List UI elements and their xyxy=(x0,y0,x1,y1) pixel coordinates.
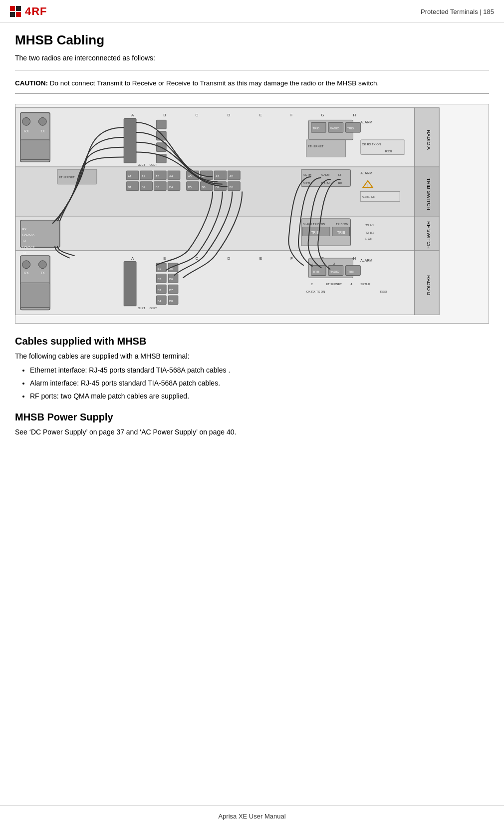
power-section: MHSB Power Supply See ‘DC Power Supply’ … xyxy=(15,412,489,436)
svg-text:B2: B2 xyxy=(157,278,161,281)
caution-box: CAUTION: Do not connect Transmit to Rece… xyxy=(15,73,489,94)
svg-text:C: C xyxy=(195,256,198,261)
svg-text:ALARM: ALARM xyxy=(360,171,372,175)
svg-text:B4: B4 xyxy=(157,300,161,303)
svg-text:TRIB: TRIB xyxy=(312,270,319,273)
svg-text:RSSI: RSSI xyxy=(380,290,387,293)
svg-text:TRIB: TRIB xyxy=(347,127,354,130)
svg-rect-28 xyxy=(156,131,166,140)
list-item: Alarm interface: RJ-45 ports standard TI… xyxy=(30,378,489,389)
svg-text:A□  B□  ON: A□ B□ ON xyxy=(362,196,375,199)
svg-text:A4: A4 xyxy=(169,175,173,178)
svg-text:RF: RF xyxy=(338,173,342,176)
logo-sq-1 xyxy=(10,6,15,11)
list-item: Ethernet interface: RJ-45 ports standard… xyxy=(30,365,489,376)
logo-sq-4 xyxy=(16,12,21,17)
svg-text:OK RX TX ON: OK RX TX ON xyxy=(362,143,381,146)
svg-text:B: B xyxy=(163,256,166,261)
svg-rect-2 xyxy=(15,216,415,251)
svg-rect-124 xyxy=(124,262,136,306)
svg-text:2: 2 xyxy=(311,283,313,286)
svg-rect-45 xyxy=(306,140,346,157)
cables-section: Cables supplied with MHSB The following … xyxy=(15,336,489,402)
svg-text:H: H xyxy=(353,256,356,261)
svg-text:2: 2 xyxy=(333,262,335,265)
svg-text:RSSI: RSSI xyxy=(385,150,392,153)
svg-text:H: H xyxy=(353,113,356,118)
page-header: 4RF Protected Terminals | 185 xyxy=(0,0,504,22)
svg-text:RX: RX xyxy=(24,129,29,133)
svg-text:!: ! xyxy=(367,183,368,188)
list-item: RF ports: two QMA male patch cables are … xyxy=(30,391,489,402)
svg-text:TRIB SWITCH: TRIB SWITCH xyxy=(426,178,432,210)
svg-text:TRIB SW: TRIB SW xyxy=(336,223,348,226)
logo-text: 4RF xyxy=(25,5,47,18)
svg-text:1: 1 xyxy=(311,262,313,265)
svg-rect-26 xyxy=(124,119,136,163)
svg-text:G: G xyxy=(321,113,324,118)
logo-squares-icon xyxy=(10,6,21,17)
svg-text:SLAVE TRIB SW: SLAVE TRIB SW xyxy=(303,223,325,226)
svg-text:RADIO: RADIO xyxy=(330,127,339,130)
svg-text:B1: B1 xyxy=(157,267,161,270)
svg-text:A ALM: A ALM xyxy=(321,173,329,176)
svg-text:ETHERNET: ETHERNET xyxy=(308,145,324,148)
svg-text:B: B xyxy=(163,113,166,118)
svg-text:TX A□: TX A□ xyxy=(365,224,374,227)
svg-text:D: D xyxy=(228,113,231,118)
svg-text:TRIB: TRIB xyxy=(312,127,319,130)
diagram-svg: RADIO A TRIB SWITCH RF SWITCH RADIO B RX… xyxy=(15,104,489,323)
svg-text:A1: A1 xyxy=(128,175,131,178)
caution-label: CAUTION: xyxy=(15,79,48,87)
svg-text:RF: RF xyxy=(338,182,342,185)
svg-text:E: E xyxy=(259,256,262,261)
svg-text:A ETH: A ETH xyxy=(303,173,311,176)
svg-text:TX: TX xyxy=(40,272,45,275)
caution-text: Do not connect Transmit to Receive or Re… xyxy=(48,79,379,87)
svg-text:OK RX TX ON: OK RX TX ON xyxy=(306,290,325,293)
svg-text:B2: B2 xyxy=(142,186,145,189)
svg-text:A2: A2 xyxy=(142,175,145,178)
svg-text:RF SWITCH: RF SWITCH xyxy=(426,221,432,249)
svg-text:ALARM: ALARM xyxy=(360,259,372,262)
svg-text:TX: TX xyxy=(22,251,26,254)
svg-text:RADIO B: RADIO B xyxy=(22,245,34,248)
page-title: MHSB Cabling xyxy=(15,32,489,48)
svg-text:B7: B7 xyxy=(169,289,173,292)
svg-text:TRIB: TRIB xyxy=(347,270,354,273)
svg-text:TX: TX xyxy=(40,129,45,133)
svg-text:B4: B4 xyxy=(169,186,173,189)
svg-text:TX: TX xyxy=(22,240,26,243)
svg-text:OJET: OJET xyxy=(150,163,157,166)
power-section-text: See ‘DC Power Supply’ on page 37 and ‘AC… xyxy=(15,428,489,436)
svg-text:OJET: OJET xyxy=(150,307,157,310)
svg-text:□ ON: □ ON xyxy=(365,238,372,241)
svg-point-13 xyxy=(22,118,30,126)
svg-text:A8: A8 xyxy=(230,175,234,178)
svg-rect-17 xyxy=(20,140,50,160)
svg-point-112 xyxy=(38,261,46,269)
svg-text:F: F xyxy=(290,113,293,118)
svg-text:E: E xyxy=(259,113,262,118)
svg-text:F: F xyxy=(290,256,293,261)
svg-text:TRIB: TRIB xyxy=(337,231,345,234)
svg-text:RX: RX xyxy=(24,272,29,275)
footer-text: Aprisa XE User Manual xyxy=(218,813,285,820)
logo: 4RF xyxy=(10,5,47,18)
svg-text:OJET: OJET xyxy=(138,307,145,310)
mhsb-diagram: RADIO A TRIB SWITCH RF SWITCH RADIO B RX… xyxy=(15,104,489,324)
svg-text:RADIO A: RADIO A xyxy=(22,234,34,237)
cables-list: Ethernet interface: RJ-45 ports standard… xyxy=(15,365,489,402)
svg-text:A5: A5 xyxy=(188,175,192,178)
svg-text:B8: B8 xyxy=(169,300,173,303)
svg-rect-27 xyxy=(156,120,166,129)
svg-text:B5: B5 xyxy=(188,186,192,189)
svg-text:B1: B1 xyxy=(128,186,131,189)
svg-text:B6: B6 xyxy=(202,186,206,189)
logo-sq-3 xyxy=(10,12,15,17)
svg-text:A: A xyxy=(131,113,134,118)
svg-text:RADIO A: RADIO A xyxy=(426,130,432,150)
svg-text:ALARM: ALARM xyxy=(360,121,372,124)
page-number: Protected Terminals | 185 xyxy=(421,8,494,15)
svg-text:D: D xyxy=(228,256,231,261)
